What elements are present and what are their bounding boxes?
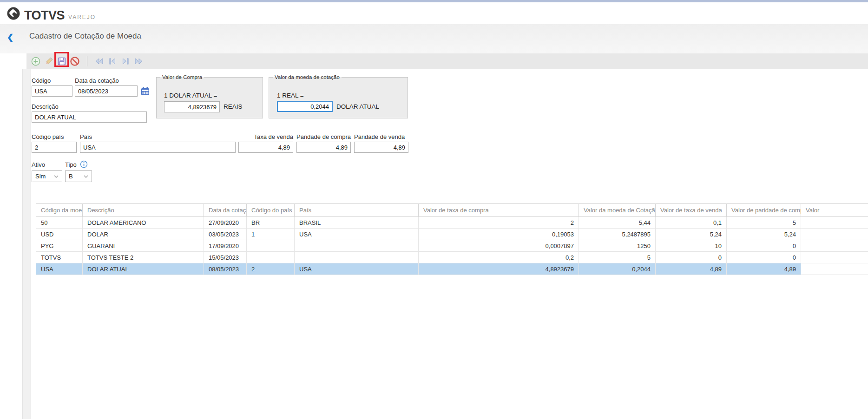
table-cell: 2 xyxy=(247,263,295,275)
page-title: Cadastro de Cotação de Moeda xyxy=(29,32,141,41)
table-cell: 4,89 xyxy=(656,263,727,275)
valor-moeda-input[interactable] xyxy=(277,101,333,112)
column-header[interactable]: Valor xyxy=(801,204,868,217)
valor-moeda-equation: 1 REAL = xyxy=(277,92,304,99)
ativo-label: Ativo xyxy=(32,161,45,168)
brand-product: VAREJO xyxy=(68,14,96,20)
table-cell xyxy=(801,263,868,275)
calendar-icon[interactable] xyxy=(140,86,150,96)
table-cell: 0,2 xyxy=(419,252,579,263)
column-header[interactable]: Código da moeda xyxy=(36,204,83,217)
table-row[interactable]: PYGGUARANI17/09/20200,00078971250100 xyxy=(36,240,868,252)
table-cell xyxy=(801,217,868,229)
paridade-compra-input[interactable] xyxy=(296,142,351,153)
nav-first-icon[interactable] xyxy=(93,55,106,68)
info-icon[interactable] xyxy=(80,160,88,168)
valor-compra-equation: 1 DOLAR ATUAL = xyxy=(164,92,217,99)
ativo-select[interactable]: Sim xyxy=(32,170,62,182)
valor-moeda-panel: Valor da moeda de cotação 1 REAL = DOLAR… xyxy=(269,74,408,118)
table-cell: 0,1 xyxy=(656,217,727,229)
valor-compra-input[interactable] xyxy=(164,101,220,112)
codigo-pais-input[interactable] xyxy=(32,142,77,153)
data-cotacao-input[interactable] xyxy=(75,85,138,97)
table-cell xyxy=(247,240,295,252)
table-cell: 4,8923679 xyxy=(419,263,579,275)
annotation-highlight-save xyxy=(54,52,69,67)
app-header: TOTVS VAREJO xyxy=(0,2,868,24)
tipo-select-value: B xyxy=(69,173,73,180)
column-header[interactable]: Valor de taxa de venda xyxy=(656,204,727,217)
table-cell: TOTVS xyxy=(36,252,83,263)
column-header[interactable]: País xyxy=(295,204,419,217)
table-row[interactable]: 50DOLAR AMERICANO27/09/2020BRBRASIL25,44… xyxy=(36,217,868,229)
table-cell: DOLAR xyxy=(83,229,204,240)
valor-compra-legend: Valor de Compra xyxy=(160,74,204,80)
table-cell: 5 xyxy=(579,252,656,263)
table-cell: 03/05/2023 xyxy=(204,229,247,240)
table-cell: USA xyxy=(295,263,419,275)
column-header[interactable]: Valor de paridade de compra xyxy=(727,204,801,217)
edit-icon[interactable] xyxy=(42,55,55,68)
descricao-input[interactable] xyxy=(32,111,147,123)
table-cell: DOLAR ATUAL xyxy=(83,263,204,275)
app-window: TOTVS VAREJO ❮ Cadastro de Cotação de Mo… xyxy=(0,0,868,419)
table-cell: 15/05/2023 xyxy=(204,252,247,263)
table-cell: 0,19053 xyxy=(419,229,579,240)
table-cell: 0,0007897 xyxy=(419,240,579,252)
pais-label: País xyxy=(80,133,92,140)
chevron-down-icon xyxy=(84,175,88,178)
table-cell xyxy=(801,240,868,252)
table-cell: PYG xyxy=(36,240,83,252)
table-cell: 0 xyxy=(727,252,801,263)
codigo-input[interactable] xyxy=(32,85,72,97)
table-row[interactable]: USDDOLAR03/05/20231USA0,190535,24878955,… xyxy=(36,229,868,240)
table-cell: BR xyxy=(247,217,295,229)
nav-last-icon[interactable] xyxy=(132,55,145,68)
table-cell: GUARANI xyxy=(83,240,204,252)
totvs-logo: TOTVS VAREJO xyxy=(7,7,96,22)
toolbar xyxy=(26,53,868,69)
table-cell: 5 xyxy=(727,217,801,229)
column-header[interactable]: Valor da moeda de Cotação xyxy=(579,204,656,217)
chevron-down-icon xyxy=(54,175,59,178)
table-cell xyxy=(801,252,868,263)
table-cell: 4,89 xyxy=(727,263,801,275)
table-cell: DOLAR AMERICANO xyxy=(83,217,204,229)
table-row[interactable]: TOTVSTOTVS TESTE 215/05/20230,2500 xyxy=(36,252,868,263)
paridade-venda-input[interactable] xyxy=(354,142,408,153)
back-button[interactable]: ❮ xyxy=(7,33,13,42)
table-cell: USA xyxy=(295,229,419,240)
nav-previous-icon[interactable] xyxy=(106,55,119,68)
table-cell: 5,44 xyxy=(579,217,656,229)
cancel-icon[interactable] xyxy=(68,55,81,68)
tipo-select[interactable]: B xyxy=(65,170,92,182)
column-header[interactable]: Código do país xyxy=(247,204,295,217)
table-cell: 0,2044 xyxy=(579,263,656,275)
table-cell: TOTVS TESTE 2 xyxy=(83,252,204,263)
codigo-label: Código xyxy=(32,77,51,84)
add-icon[interactable] xyxy=(29,55,42,68)
column-header[interactable]: Descrição xyxy=(83,204,204,217)
valor-moeda-unit: DOLAR ATUAL xyxy=(336,103,379,110)
table-cell: 5,24 xyxy=(656,229,727,240)
valor-moeda-legend: Valor da moeda de cotação xyxy=(273,74,342,80)
pais-input[interactable] xyxy=(80,142,236,153)
toolbar-divider xyxy=(87,56,87,66)
table-cell xyxy=(295,240,419,252)
table-cell xyxy=(295,252,419,263)
totvs-logo-icon xyxy=(7,7,20,22)
table-cell: 1250 xyxy=(579,240,656,252)
column-header[interactable]: Valor de taxa de compra xyxy=(419,204,579,217)
table-header-row: Código da moedaDescriçãoData da cotaçãoC… xyxy=(36,204,868,217)
table-cell: 50 xyxy=(36,217,83,229)
table-cell: USA xyxy=(36,263,83,275)
nav-next-icon[interactable] xyxy=(119,55,132,68)
descricao-label: Descrição xyxy=(32,103,59,110)
table-cell: BRASIL xyxy=(295,217,419,229)
column-header[interactable]: Data da cotação xyxy=(204,204,247,217)
table-cell: 0 xyxy=(727,240,801,252)
taxa-venda-input[interactable] xyxy=(238,142,293,153)
table-cell: 1 xyxy=(247,229,295,240)
table-row[interactable]: USADOLAR ATUAL08/05/20232USA4,89236790,2… xyxy=(36,263,868,275)
tipo-label: Tipo xyxy=(65,161,77,168)
